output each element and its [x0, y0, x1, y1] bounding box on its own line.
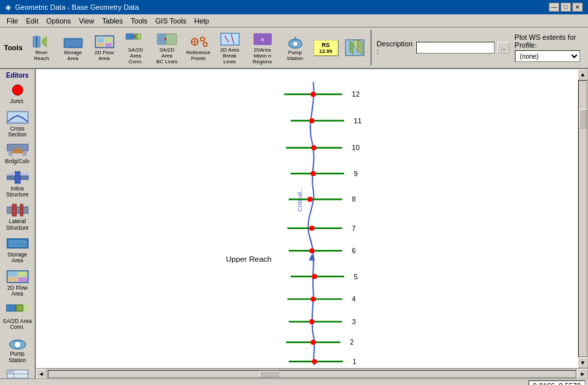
svg-rect-46 [20, 173, 28, 176]
close-button[interactable]: ✕ [572, 3, 583, 12]
svg-text:5: 5 [354, 273, 358, 281]
sa2d-bc-lines-icon [157, 31, 178, 48]
description-input[interactable] [416, 42, 495, 54]
sidebar-brdg-culv-button[interactable]: Brdg/Culv [2, 140, 33, 166]
svg-point-30 [293, 41, 298, 46]
canvas-area[interactable]: Critical... Upper Reach 12 11 10 [36, 69, 578, 368]
svg-point-101 [310, 297, 316, 302]
svg-point-42 [14, 148, 22, 153]
storage-area-label: StorageArea [64, 50, 82, 62]
menu-help[interactable]: Help [190, 16, 213, 26]
inline-structure-label: InlineStructure [6, 186, 29, 198]
svg-text:7: 7 [352, 224, 356, 232]
svg-point-98 [312, 274, 317, 279]
storage-area-button[interactable]: StorageArea [58, 29, 88, 67]
sidebar-htab-param-button[interactable]: HT HTabParam. [2, 366, 33, 379]
plot-section: Plot WS extents for Profile: (none) [515, 33, 587, 62]
title-controls: — □ ✕ [549, 3, 583, 12]
manning-regions-button[interactable]: n 20AreaMann nRegions [246, 29, 279, 67]
sidebar-cross-section-button[interactable]: CrossSection [2, 108, 33, 140]
plot-label: Plot WS extents for Profile: [515, 33, 587, 49]
sa2d-bc-lines-button[interactable]: SA/2D AreaBC Lines [152, 29, 182, 67]
sidebar-lateral-structure-button[interactable]: LateralStructure [2, 200, 33, 232]
menu-edit[interactable]: Edit [22, 16, 42, 26]
horizontal-scrollbar: ◄ ► [36, 368, 588, 378]
menu-tables[interactable]: Tables [98, 16, 127, 26]
svg-point-82 [311, 146, 316, 151]
svg-point-94 [309, 249, 314, 254]
river-reach-icon: → [31, 33, 52, 50]
reference-points-button[interactable]: ReferencePoints [184, 29, 214, 67]
svg-rect-54 [8, 271, 18, 277]
map-button[interactable] [342, 29, 368, 67]
manning-regions-label: 20AreaMann nRegions [253, 48, 272, 65]
2d-flow-area-sb-icon [5, 268, 31, 285]
svg-rect-39 [8, 151, 12, 156]
2d-break-lines-label: 2D AreaBreak Lines [217, 48, 243, 65]
scroll-left-button[interactable]: ◄ [36, 369, 46, 379]
svg-point-104 [309, 319, 314, 324]
sa2d-conn-button[interactable]: SA/2D AreaConn. [121, 29, 151, 67]
pump-station-label: PumpStation [287, 50, 303, 62]
svg-rect-15 [157, 34, 165, 44]
vscroll-thumb[interactable] [579, 109, 587, 129]
svg-text:6: 6 [352, 247, 356, 255]
canvas-with-vscroll: Critical... Upper Reach 12 11 10 [36, 69, 588, 368]
svg-text:1: 1 [353, 358, 357, 365]
svg-rect-9 [97, 43, 104, 47]
maximize-button[interactable]: □ [561, 3, 571, 12]
sidebar-inline-structure-button[interactable]: InlineStructure [2, 168, 33, 200]
menu-gis-tools[interactable]: GIS Tools [152, 16, 191, 26]
svg-rect-45 [7, 173, 15, 176]
sidebar: Editors Junct. CrossSection [0, 69, 36, 378]
svg-text:HT: HT [8, 370, 13, 374]
sa2d-bc-lines-label: SA/2D AreaBC Lines [154, 48, 180, 65]
scroll-right-button[interactable]: ► [578, 369, 588, 379]
manning-regions-icon: n [252, 31, 273, 48]
hscroll-thumb[interactable] [259, 371, 279, 377]
brdg-culv-label: Brdg/Culv [5, 159, 29, 164]
storage-area-sb-label: StorageArea [8, 252, 27, 264]
toolbar: Tools → RiverReach StorageArea [0, 27, 588, 69]
menu-tools[interactable]: Tools [127, 16, 152, 26]
scroll-up-button[interactable]: ▲ [578, 69, 588, 80]
sidebar-pump-station-button[interactable]: PumpStation [2, 333, 33, 365]
pump-station-button[interactable]: PumpStation [280, 29, 310, 67]
2d-flow-area-icon [94, 33, 115, 50]
description-dots-button[interactable]: ... [497, 42, 510, 54]
2d-break-lines-button[interactable]: 2D AreaBreak Lines [215, 29, 245, 67]
plot-dropdown[interactable]: (none) [515, 50, 580, 62]
brdg-culv-icon [5, 142, 31, 159]
svg-rect-5 [65, 40, 81, 46]
rs-icon: RS 12.99 [314, 40, 338, 56]
junct-label: Junct. [10, 99, 25, 104]
svg-point-76 [310, 92, 316, 97]
svg-rect-51 [8, 240, 27, 247]
scroll-down-button[interactable]: ▼ [578, 358, 588, 368]
svg-rect-59 [16, 305, 23, 311]
sidebar-storage-area-button[interactable]: StorageArea [2, 234, 33, 266]
sidebar-2d-flow-area-button[interactable]: 2D FlowArea [2, 267, 33, 299]
sidebar-junct-button[interactable]: Junct. [2, 80, 33, 106]
hscroll-track [48, 370, 576, 378]
minimize-button[interactable]: — [549, 3, 559, 12]
menu-file[interactable]: File [3, 16, 22, 26]
rs-button[interactable]: RS 12.99 [312, 29, 340, 67]
menu-bar: File Edit Options View Tables Tools GIS … [0, 14, 588, 27]
svg-point-35 [12, 85, 23, 95]
river-reach-button[interactable]: → RiverReach [27, 29, 57, 67]
menu-view[interactable]: View [75, 16, 99, 26]
pump-station-sb-icon [5, 334, 31, 351]
sidebar-sa2d-conn-button[interactable]: SA/2D AreaConn. [2, 300, 33, 332]
svg-text:8: 8 [352, 196, 356, 204]
menu-options[interactable]: Options [42, 16, 75, 26]
svg-rect-44 [15, 172, 20, 183]
svg-rect-8 [105, 38, 112, 42]
reach-label: Upper Reach [226, 255, 272, 264]
window-title: Geometric Data - Base Geometry Data [15, 3, 139, 11]
sa2d-conn-icon [125, 31, 146, 48]
svg-point-85 [310, 171, 316, 176]
2d-flow-area-button[interactable]: 2D FlowArea [90, 29, 120, 67]
canvas-svg: Critical... Upper Reach 12 11 10 [36, 69, 578, 368]
description-section: Description : ... [377, 40, 510, 55]
